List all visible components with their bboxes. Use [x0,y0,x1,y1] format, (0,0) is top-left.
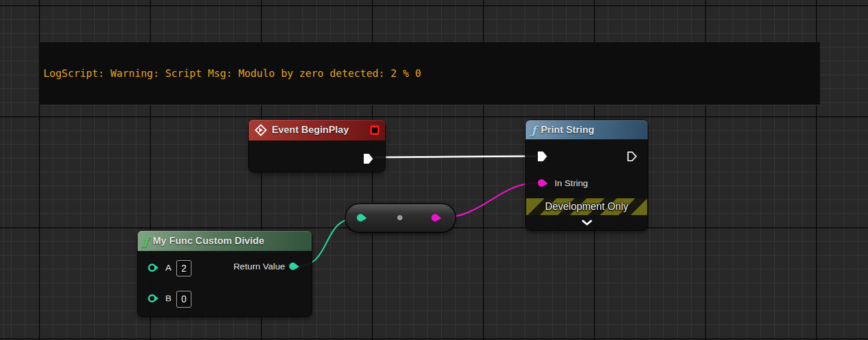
node-my-func-custom-divide[interactable]: ƒ My Func Custom Divide A 2 B 0 Return V… [138,231,312,316]
return-value-pin[interactable] [289,263,297,270]
conversion-output-pin[interactable] [431,214,439,221]
development-only-band: Development Only [526,198,647,215]
pin-nub-icon [364,216,367,220]
node-title: My Func Custom Divide [153,235,264,247]
exec-output-pin[interactable] [627,151,637,162]
node-title: Event BeginPlay [272,124,349,136]
return-value-label: Return Value [234,261,285,272]
pin-nub-icon [438,216,441,220]
chevron-down-icon[interactable] [582,220,592,226]
pin-a-value-input[interactable]: 2 [176,260,191,276]
conversion-dot-icon [397,215,402,220]
node-to-string-conversion[interactable] [346,204,455,232]
node-title: Print String [541,124,594,136]
exec-input-pin[interactable] [538,151,547,161]
function-icon: ƒ [531,124,536,136]
pin-b-value-input[interactable]: 0 [176,291,191,308]
log-line: LogScript: Warning: Script Msg: Modulo b… [43,68,820,80]
log-line: Script call stack: [43,104,820,105]
in-string-pin[interactable] [538,179,545,187]
pin-a-label: A [165,263,171,273]
node-event-beginplay-header[interactable]: Event BeginPlay [249,120,385,141]
exec-wire[interactable] [375,156,537,157]
node-my-func-header[interactable]: ƒ My Func Custom Divide [138,231,312,251]
blueprint-graph-canvas[interactable]: LogScript: Warning: Script Msg: Modulo b… [0,0,868,340]
pin-b[interactable] [148,294,156,302]
pin-a[interactable] [148,264,156,272]
node-print-string[interactable]: ƒ Print String In String Development Onl… [526,120,648,230]
function-icon: ƒ [143,235,148,247]
pin-nub-icon [156,296,158,301]
output-log-overlay: LogScript: Warning: Script Msg: Modulo b… [39,42,820,105]
pin-nub-icon [156,265,158,270]
node-print-string-header[interactable]: ƒ Print String [526,120,648,139]
conversion-input-pin[interactable] [357,214,364,221]
in-string-label: In String [555,178,588,189]
event-icon [254,124,267,136]
pin-nub-icon [545,181,548,186]
exec-output-pin[interactable] [364,154,373,164]
editor-only-box-icon [370,125,379,135]
pin-b-label: B [165,293,171,304]
development-only-label: Development Only [545,201,629,213]
pin-nub-icon [296,264,299,269]
node-event-beginplay[interactable]: Event BeginPlay [249,120,385,172]
